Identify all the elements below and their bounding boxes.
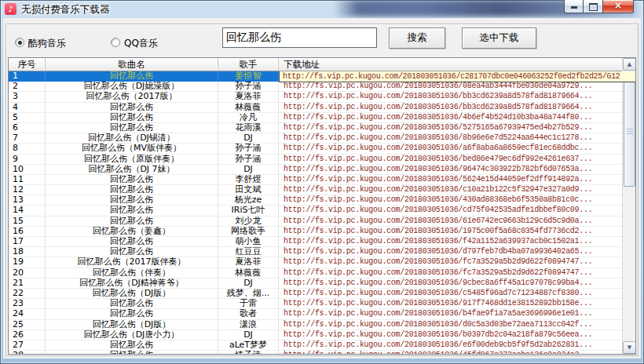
- title-bar[interactable]: ♪ 无损付费音乐下载器 ×: [0, 0, 644, 18]
- table-row[interactable]: 14回忆那么伤IRiS七叶http://fs.vip.pc.kugou.com/…: [9, 206, 635, 216]
- close-button[interactable]: ×: [603, 0, 634, 13]
- vertical-scrollbar[interactable]: ▲ ▼: [622, 58, 635, 354]
- radio-qq-music[interactable]: [111, 38, 120, 47]
- cell-url: http://fs.vip.pc.kugou.com/201803051036/…: [279, 309, 635, 318]
- maximize-button[interactable]: [584, 0, 603, 13]
- table-row[interactable]: 16回忆那么伤（姜鑫）网络歌手http://fs.vip.pc.kugou.co…: [9, 227, 635, 237]
- table-row[interactable]: 1回忆那么伤姜恒智http://fs.vip.pc.kugou.com/2018…: [9, 71, 635, 82]
- table-row[interactable]: 25回忆那么伤（DJ版）潇浪http://fs.vip.pc.kugou.com…: [9, 320, 635, 330]
- table-row[interactable]: 10回忆那么伤（DJ 7妹）DJhttp://fs.vip.pc.kugou.c…: [9, 165, 635, 175]
- window-title: 无损付费音乐下载器: [21, 3, 110, 16]
- table-row[interactable]: 19回忆那么伤（2017版伴奏）夏洛菲http://fs.vip.pc.kugo…: [9, 257, 635, 268]
- table-row[interactable]: 22回忆那么伤（DJ版）残梦、烟...http://fs.vip.pc.kugo…: [9, 289, 635, 299]
- cell-url: http://fs.vip.pc.kugou.com/201803051036/…: [279, 92, 635, 101]
- table-row[interactable]: 12回忆那么伤田文斌http://fs.vip.pc.kugou.com/201…: [9, 185, 635, 195]
- minimize-button[interactable]: [564, 0, 584, 13]
- cell-no: 19: [9, 257, 46, 267]
- cell-no: 26: [9, 330, 46, 340]
- cell-no: 9: [9, 155, 46, 164]
- table-row[interactable]: 11回忆那么伤李舒煜http://fs.vip.pc.kugou.com/201…: [9, 175, 635, 185]
- cell-singer: DJ: [218, 165, 279, 174]
- column-header-singer[interactable]: 歌手: [218, 58, 279, 71]
- cell-singer: 夏洛菲: [218, 92, 279, 101]
- radio-kugou-music[interactable]: [15, 38, 24, 47]
- table-row[interactable]: 13回忆那么伤杨光zehttp://fs.vip.pc.kugou.com/20…: [9, 195, 635, 206]
- cell-no: 17: [9, 237, 46, 246]
- cell-song: 回忆那么伤（MV版伴奏）: [46, 144, 218, 153]
- app-music-icon: ♪: [5, 3, 16, 15]
- cell-song: 回忆那么伤（DJ锡清）: [46, 133, 218, 143]
- table-row[interactable]: 27回忆那么伤aLeT梦梦http://fs.vip.pc.kugou.com/…: [9, 340, 635, 351]
- cell-singer: aLeT梦梦: [218, 340, 279, 350]
- cell-song: 回忆那么伤（DJ精神蒋爷）: [46, 278, 218, 288]
- table-row[interactable]: 8回忆那么伤（MV版伴奏）孙子涵http://fs.vip.pc.kugou.c…: [9, 144, 635, 154]
- cell-singer: 姜恒智: [218, 71, 279, 81]
- cell-singer: 孙子涵: [218, 82, 279, 91]
- table-row[interactable]: 7回忆那么伤（DJ锡清）DJhttp://fs.vip.pc.kugou.com…: [9, 133, 635, 144]
- cell-singer: 田文斌: [218, 185, 279, 195]
- cell-url: http://fs.vip.pc.kugou.com/201803051036/…: [279, 123, 635, 133]
- cell-no: 18: [9, 247, 46, 257]
- cell-song: 回忆那么伤: [46, 351, 218, 354]
- cell-song: 回忆那么伤: [46, 247, 218, 257]
- table-row[interactable]: 15回忆那么伤刘少龙http://fs.vip.pc.kugou.com/201…: [9, 217, 635, 227]
- search-input[interactable]: [222, 27, 377, 48]
- cell-url: http://fs.vip.pc.kugou.com/201803051036/…: [279, 330, 635, 340]
- cell-song: 回忆那么伤: [46, 71, 218, 81]
- table-row[interactable]: 23回忆那么伤于雷http://fs.vip.pc.kugou.com/2018…: [9, 299, 635, 309]
- cell-url: http://fs.vip.pc.kugou.com/201803051036/…: [279, 185, 635, 195]
- cell-no: 7: [9, 133, 46, 143]
- table-row[interactable]: 2回忆那么伤（DJ媳澡版）孙子涵http://fs.vip.pc.kugou.c…: [9, 82, 635, 92]
- table-row[interactable]: 24回忆那么伤歌者http://fs.vip.pc.kugou.com/2018…: [9, 309, 635, 319]
- table-row[interactable]: 9回忆那么伤（原版伴奏）孙子涵http://fs.vip.pc.kugou.co…: [9, 155, 635, 165]
- cell-song: 回忆那么伤: [46, 309, 218, 318]
- column-header-song[interactable]: 歌曲名: [46, 58, 218, 71]
- cell-no: 24: [9, 309, 46, 318]
- cell-no: 5: [9, 113, 46, 122]
- table-row[interactable]: 18回忆那么伤红豆豆http://fs.vip.pc.kugou.com/201…: [9, 247, 635, 257]
- cell-singer: 林薇薇: [218, 268, 279, 278]
- cell-singer: DJ: [218, 133, 279, 143]
- radio-qq-label[interactable]: QQ音乐: [124, 37, 158, 50]
- column-header-url[interactable]: 下载地址: [279, 58, 622, 71]
- cell-song: 回忆那么伤（2017版伴奏）: [46, 257, 218, 267]
- cell-song: 回忆那么伤: [46, 340, 218, 350]
- cell-song: 回忆那么伤: [46, 206, 218, 215]
- scrollbar-thumb[interactable]: [624, 77, 635, 187]
- scroll-up-icon[interactable]: ▲: [623, 58, 636, 71]
- cell-url: http://fs.vip.pc.kugou.com/201803051036/…: [279, 351, 635, 354]
- cell-url: http://fs.vip.pc.kugou.com/201803051036/…: [279, 227, 635, 236]
- cell-singer: 刘少龙: [218, 217, 279, 226]
- selected-url-cell[interactable]: http://fs.vip.pc.kugou.com/201803051036/…: [279, 71, 635, 82]
- cell-no: 14: [9, 206, 46, 215]
- table-row[interactable]: 17回忆那么伤萌小鱼http://fs.vip.pc.kugou.com/201…: [9, 237, 635, 247]
- cell-no: 11: [9, 175, 46, 184]
- table-row[interactable]: 21回忆那么伤（DJ精神蒋爷）DJhttp://fs.vip.pc.kugou.…: [9, 278, 635, 289]
- scroll-down-icon[interactable]: ▼: [623, 341, 636, 354]
- search-button[interactable]: 搜索: [389, 27, 445, 49]
- cell-song: 回忆那么伤: [46, 217, 218, 226]
- cell-no: 21: [9, 278, 46, 288]
- cell-no: 6: [9, 123, 46, 133]
- table-row[interactable]: 26回忆那么伤（DJ唐小力）DJhttp://fs.vip.pc.kugou.c…: [9, 330, 635, 340]
- cell-singer: 孙子涵: [218, 155, 279, 164]
- cell-song: 回忆那么伤: [46, 195, 218, 205]
- table-row[interactable]: 20回忆那么伤（伴奏）林薇薇http://fs.vip.pc.kugou.com…: [9, 268, 635, 278]
- radio-kugou-label[interactable]: 酷狗音乐: [28, 37, 66, 50]
- cell-no: 27: [9, 340, 46, 350]
- download-selected-button[interactable]: 选中下载: [462, 27, 536, 49]
- column-header-no[interactable]: 序号: [9, 58, 46, 71]
- cell-singer: 网络歌手: [218, 227, 279, 236]
- cell-no: 20: [9, 268, 46, 278]
- cell-no: 16: [9, 227, 46, 236]
- app-window: ♪ 无损付费音乐下载器 × 酷狗音乐 QQ音乐 搜索 选中下载 序号 歌曲名 歌…: [0, 0, 644, 364]
- table-row[interactable]: 3回忆那么伤（2017版）夏洛菲http://fs.vip.pc.kugou.c…: [9, 92, 635, 102]
- table-row[interactable]: 5回忆那么伤冷凡http://fs.vip.pc.kugou.com/20180…: [9, 113, 635, 123]
- table-row[interactable]: 4回忆那么伤林薇薇http://fs.vip.pc.kugou.com/2018…: [9, 103, 635, 113]
- table-row[interactable]: 28回忆那么伤情子诗http://fs.vip.pc.kugou.com/201…: [9, 351, 635, 354]
- cell-song: 回忆那么伤（姜鑫）: [46, 227, 218, 236]
- cell-no: 1: [9, 71, 46, 81]
- cell-url: http://fs.vip.pc.kugou.com/201803051036/…: [279, 103, 635, 112]
- table-row[interactable]: 6回忆那么伤花雨溪http://fs.vip.pc.kugou.com/2018…: [9, 123, 635, 133]
- cell-url: http://fs.vip.pc.kugou.com/201803051036/…: [279, 217, 635, 226]
